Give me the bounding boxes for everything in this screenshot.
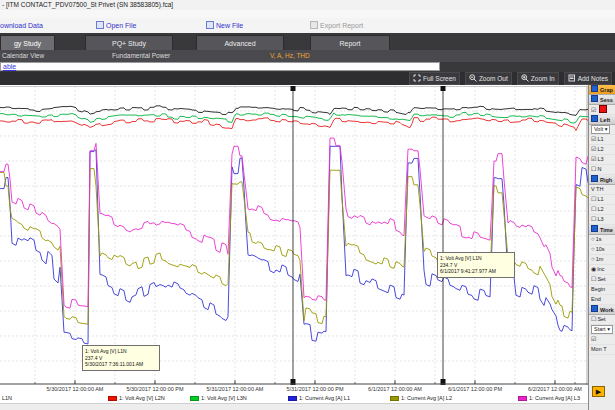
main-tab-bar: gy StudyPQ+ StudyAdvancedReport: [0, 33, 615, 50]
checkbox-label: L1: [597, 196, 603, 202]
checkbox-icon[interactable]: ☐: [591, 195, 596, 204]
checkbox-row-n[interactable]: ☐N: [589, 165, 615, 175]
checkbox-icon[interactable]: ☑: [591, 335, 596, 344]
panel-header-righ[interactable]: Righ: [589, 175, 615, 185]
series-1-current-avg-a-l3: [0, 138, 588, 308]
checkbox-row-l2[interactable]: ☐L2: [589, 205, 615, 215]
zoom-in-icon: [521, 74, 529, 83]
checkbox-row-set[interactable]: ☐Set: [589, 275, 615, 285]
tab-report[interactable]: Report: [310, 35, 390, 50]
tab-pq-study[interactable]: PQ+ Study: [85, 35, 173, 50]
cursor-handle-top-1[interactable]: [291, 86, 296, 91]
panel-header-sess[interactable]: Sess: [589, 95, 615, 105]
radio-row-1m[interactable]: ○1m: [589, 255, 615, 265]
subtab-fundamental-power[interactable]: Fundamental Power: [112, 50, 170, 62]
toolbar-button-label: ownload Data: [0, 22, 43, 29]
subtab-calendar-view[interactable]: Calendar View: [2, 50, 44, 62]
checkbox-icon[interactable]: ☑: [591, 106, 596, 115]
filter-link[interactable]: able: [3, 63, 16, 71]
checkbox-icon[interactable]: ☑: [591, 155, 596, 164]
checkbox-row-l1[interactable]: ☐L1: [589, 195, 615, 205]
panel-header-time[interactable]: Time: [589, 225, 615, 235]
legend-item-5[interactable]: 1: Current Avg [A] L2: [390, 395, 452, 402]
zoom-out-button[interactable]: Zoom Out: [465, 72, 512, 85]
checkbox-row-l2[interactable]: ☑L2: [589, 145, 615, 155]
checkbox-row-l3[interactable]: ☑L3: [589, 155, 615, 165]
x-tick-label: 6/1/2017 12:00:00 AM: [355, 386, 435, 392]
checkbox-row-set[interactable]: ☐Set: [589, 315, 615, 325]
add-notes-icon: [568, 74, 576, 83]
export-report-icon: [310, 21, 318, 29]
legend-item-1[interactable]: L1N: [2, 395, 12, 402]
chart-toolbar: Full ScreenZoom OutZoom InAdd Notes: [0, 72, 615, 85]
legend-scroll-arrow[interactable]: ▶: [592, 386, 605, 397]
tooltip-line: 5/30/2017 7:36:11.001 AM: [85, 361, 157, 368]
x-tick-label: 5/30/2017 12:00:00 AM: [35, 386, 115, 392]
checkbox-label: L3: [597, 156, 603, 162]
trend-plot-svg[interactable]: [0, 86, 588, 385]
panel-header-left[interactable]: Left: [589, 115, 615, 125]
checkbox-icon[interactable]: ☐: [591, 315, 596, 324]
filter-box[interactable]: able: [0, 62, 440, 71]
checkbox-row-l3[interactable]: ☐L3: [589, 215, 615, 225]
legend-item-6[interactable]: 1: Current Avg [A] L3: [518, 395, 580, 402]
legend-item-2[interactable]: 1: Volt Avg [V] L2N: [108, 395, 165, 402]
dropdown-start[interactable]: Start ▾: [591, 325, 613, 334]
settings-panel: GrapSess☑LeftVolt ▾☑L1☑L2☑L3☐NRighV TH☐L…: [588, 85, 615, 410]
panel-header-label: Left: [600, 117, 610, 123]
toolbar-button-new-file[interactable]: New File: [206, 20, 243, 31]
panel-header-icon: [591, 225, 598, 232]
legend-swatch: [518, 396, 527, 401]
tab-gy-study[interactable]: gy Study: [0, 35, 55, 50]
panel-header-grap[interactable]: Grap: [589, 85, 615, 95]
checkbox-row-25[interactable]: ☑: [589, 335, 615, 345]
label-row-begin: Begin: [589, 285, 615, 295]
window-title: - [ITM CONTACT_PDV07500_St Privet (SN 38…: [0, 0, 615, 10]
chart-toolbar-button-label: Add Notes: [578, 75, 608, 82]
radio-row-inc[interactable]: ◉Inc: [589, 265, 615, 275]
checkbox-icon[interactable]: ☑: [591, 135, 596, 144]
x-tick-label: 6/1/2017 12:00:00 PM: [435, 386, 515, 392]
legend-swatch: [190, 396, 199, 401]
radio-icon[interactable]: ○: [591, 245, 595, 254]
legend-label: L1N: [2, 395, 12, 401]
status-strip: [0, 403, 615, 410]
radio-icon[interactable]: ◉: [591, 265, 596, 274]
add-notes-button[interactable]: Add Notes: [564, 72, 612, 85]
radio-icon[interactable]: ○: [591, 235, 595, 244]
checkbox-icon[interactable]: ☐: [591, 165, 596, 174]
trend-chart[interactable]: [0, 86, 588, 385]
tab-advanced[interactable]: Advanced: [196, 35, 284, 50]
radio-label: 1m: [596, 256, 604, 262]
new-file-icon: [206, 21, 214, 29]
panel-header-label: Righ: [600, 177, 612, 183]
cursor-handle-top-2[interactable]: [441, 86, 446, 91]
checkbox-icon[interactable]: ☐: [591, 215, 596, 224]
label-row-mon-t: Mon T: [589, 345, 615, 355]
radio-row-1s[interactable]: ○1s: [589, 235, 615, 245]
toolbar-button-ownload-data[interactable]: ownload Data: [0, 20, 43, 31]
panel-header-icon: [591, 95, 598, 102]
legend-item-4[interactable]: 1: Current Avg [A] L1: [288, 395, 350, 402]
full-screen-button[interactable]: Full Screen: [409, 72, 460, 85]
toolbar-button-open-file[interactable]: Open File: [96, 20, 136, 31]
panel-label: Mon T: [591, 346, 607, 352]
checkbox-icon[interactable]: ☑: [591, 145, 596, 154]
radio-icon[interactable]: ○: [591, 255, 595, 264]
x-axis-labels: 5/30/2017 12:00:00 AM5/30/2017 12:00:00 …: [0, 385, 588, 394]
panel-label: V TH: [591, 186, 603, 192]
file-toolbar: ownload DataOpen FileNew FileExport Repo…: [0, 18, 615, 34]
channel-color-row[interactable]: ☑: [589, 105, 615, 115]
radio-row-10s[interactable]: ○10s: [589, 245, 615, 255]
channel-color-swatch[interactable]: [599, 105, 607, 113]
panel-header-work[interactable]: Work: [589, 305, 615, 315]
checkbox-row-l1[interactable]: ☑L1: [589, 135, 615, 145]
legend-item-3[interactable]: 1: Volt Avg [V] L3N: [190, 395, 247, 402]
zoom-in-button[interactable]: Zoom In: [517, 72, 559, 85]
checkbox-icon[interactable]: ☐: [591, 205, 596, 214]
subtab-v-a-hz-thd[interactable]: V, A, Hz, THD: [270, 50, 310, 62]
dropdown-row-volt[interactable]: Volt ▾: [589, 125, 615, 135]
dropdown-volt[interactable]: Volt ▾: [591, 125, 610, 134]
checkbox-icon[interactable]: ☐: [591, 275, 596, 284]
dropdown-row-start[interactable]: Start ▾: [589, 325, 615, 335]
